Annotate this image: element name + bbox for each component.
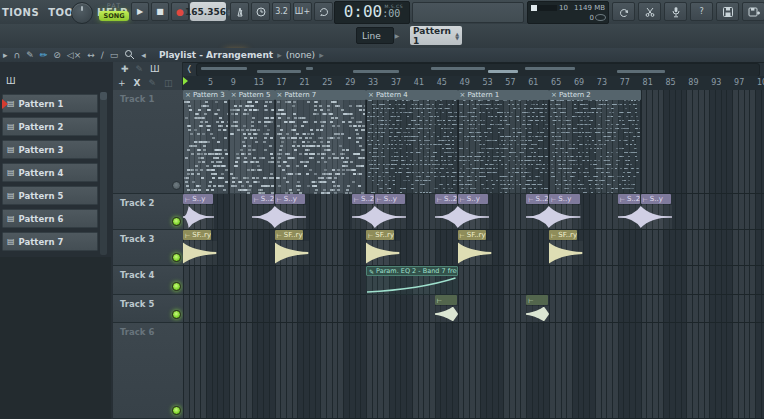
recording-button[interactable] bbox=[664, 2, 687, 21]
zoom-tool-icon[interactable] bbox=[124, 49, 135, 62]
track-mute-led[interactable] bbox=[172, 282, 181, 291]
arrangement-selector[interactable]: (none) bbox=[286, 50, 315, 60]
scroll-left-icon[interactable]: ❬ bbox=[186, 64, 193, 73]
audio-clip-header[interactable]: ⊢S..2 bbox=[618, 194, 640, 204]
track-header-track-2[interactable]: Track 2 bbox=[113, 194, 183, 230]
pattern-clip-header[interactable]: ×Pattern 3 bbox=[183, 90, 229, 100]
clip-close-icon[interactable]: × bbox=[551, 91, 557, 99]
stop-button[interactable]: ■ bbox=[151, 2, 169, 21]
undo-button[interactable] bbox=[612, 2, 635, 21]
audio-clip-header[interactable]: ⊢SF..ry bbox=[275, 230, 303, 240]
track-mute-led[interactable] bbox=[172, 406, 181, 415]
add-track-button[interactable]: + bbox=[118, 78, 126, 88]
audio-clip-decay[interactable]: ⊢SF..ry bbox=[366, 230, 400, 266]
pattern-list-item[interactable]: ▤Pattern 2 bbox=[2, 117, 98, 136]
track-mute-led[interactable] bbox=[172, 253, 181, 262]
clip-close-icon[interactable]: × bbox=[185, 91, 191, 99]
pattern-clip-header[interactable]: ×Pattern 5 bbox=[229, 90, 275, 100]
pattern-list-item[interactable]: ▤Pattern 5 bbox=[2, 186, 98, 205]
audio-clip-header[interactable]: ⊢SF..ry bbox=[458, 230, 486, 240]
audio-clip-reverse[interactable]: ⊢ bbox=[435, 295, 458, 323]
playlist-overview-scrollbar[interactable]: ❬ bbox=[186, 63, 760, 75]
track-lane-track-5[interactable] bbox=[183, 295, 764, 323]
track-header-track-1[interactable]: Track 1 bbox=[113, 90, 183, 194]
pattern-clip[interactable]: ×Pattern 1 bbox=[458, 90, 550, 194]
playlist-title[interactable]: Playlist - Arrangement bbox=[159, 50, 273, 60]
pattern-spinner[interactable]: ▲▼ bbox=[455, 32, 459, 40]
pattern-tab-icon[interactable]: Ш bbox=[150, 64, 160, 74]
track-mute-led[interactable] bbox=[172, 181, 181, 190]
audio-clip-decay[interactable]: ⊢SF..ry bbox=[549, 230, 583, 266]
track-lane-track-6[interactable] bbox=[183, 323, 764, 419]
paint-tool-icon[interactable]: ✏ bbox=[40, 50, 48, 60]
pattern-clip[interactable]: ×Pattern 2 bbox=[549, 90, 641, 194]
playback-tool-icon[interactable]: ◂ bbox=[141, 50, 146, 60]
automation-clip[interactable]: ✎Param. EQ 2 - Band 7 freq bbox=[366, 266, 458, 295]
playlist-grid[interactable]: ×Pattern 3×Pattern 5×Pattern 7×Pattern 4… bbox=[183, 90, 764, 419]
audio-clip-swell-group[interactable]: ⊢S..2⊢S..y bbox=[252, 194, 306, 230]
track-header-track-6[interactable]: Track 6 bbox=[113, 323, 183, 419]
track-header-track-3[interactable]: Track 3 bbox=[113, 230, 183, 266]
magnet-snap-icon[interactable]: ∩ bbox=[14, 50, 21, 60]
audio-clip-decay[interactable]: ⊢SF..ry bbox=[275, 230, 309, 266]
pattern-list-scrollbar[interactable] bbox=[100, 92, 107, 255]
audio-clip-header[interactable]: ⊢ bbox=[435, 295, 457, 305]
pattern-list-item[interactable]: ▤Pattern 4 bbox=[2, 163, 98, 182]
save-new-version-button[interactable] bbox=[742, 2, 764, 21]
audio-clip-header[interactable]: ⊢S..y bbox=[183, 194, 213, 204]
audio-clip-header[interactable]: ⊢S..2 bbox=[435, 194, 457, 204]
cut-button[interactable] bbox=[638, 2, 661, 21]
pattern-clip-header[interactable]: ×Pattern 4 bbox=[366, 90, 458, 100]
pattern-list-item[interactable]: ▤Pattern 1 bbox=[2, 94, 98, 113]
pattern-clip-header[interactable]: ×Pattern 1 bbox=[458, 90, 550, 100]
tempo-display[interactable]: 165.356 ▲▼ bbox=[190, 2, 226, 21]
track-mute-led[interactable] bbox=[172, 310, 181, 319]
audio-clip-header[interactable]: ⊢S..y bbox=[458, 194, 488, 204]
pattern-selector[interactable]: Pattern 1 ▲▼ bbox=[410, 26, 462, 45]
play-position-marker[interactable] bbox=[183, 77, 188, 85]
pattern-clip-header[interactable]: ×Pattern 7 bbox=[275, 90, 367, 100]
timeline-ruler[interactable]: 5913172125293337414549535761656973778185… bbox=[183, 76, 764, 91]
metronome-button[interactable] bbox=[230, 2, 249, 21]
audio-clip-decay[interactable]: ⊢SF..ry bbox=[458, 230, 492, 266]
pat-song-switch[interactable]: PAT SONG bbox=[99, 2, 129, 22]
clip-close-icon[interactable]: × bbox=[277, 91, 283, 99]
audio-clip-header[interactable]: ⊢SF..ry bbox=[183, 230, 211, 240]
clip-close-icon[interactable]: × bbox=[231, 91, 237, 99]
typing-keyboard-button[interactable]: Ш+ bbox=[293, 2, 312, 21]
audio-clip-swell-group[interactable]: ⊢S..2⊢S..y bbox=[435, 194, 489, 230]
pattern-list-item[interactable]: ▤Pattern 7 bbox=[2, 232, 98, 251]
audio-clip-reverse[interactable]: ⊢ bbox=[526, 295, 549, 323]
delete-tool-icon[interactable]: ⊘ bbox=[53, 50, 61, 60]
pattern-clip[interactable]: ×Pattern 7 bbox=[275, 90, 367, 194]
audio-clip-header[interactable]: ⊢S..2 bbox=[252, 194, 274, 204]
countdown-button[interactable]: 3.2 bbox=[272, 2, 291, 21]
track-header-track-5[interactable]: Track 5 bbox=[113, 295, 183, 323]
play-button[interactable]: ▶ bbox=[131, 2, 149, 21]
slice-tool-icon[interactable]: ∕ bbox=[101, 50, 104, 60]
audio-clip-swell-group[interactable]: ⊢S..2⊢S..y bbox=[526, 194, 580, 230]
pattern-clip-header[interactable]: ×Pattern 2 bbox=[549, 90, 641, 100]
audio-clip-header[interactable]: ⊢S..y bbox=[275, 194, 305, 204]
audio-clip-decay[interactable]: ⊢SF..ry bbox=[183, 230, 217, 266]
track-header-track-4[interactable]: Track 4 bbox=[113, 266, 183, 295]
audio-track-tab-icon[interactable]: ✚ bbox=[121, 64, 129, 74]
audio-clip-swell-group[interactable]: ⊢S..2⊢S..y bbox=[352, 194, 406, 230]
audio-clip-header[interactable]: ⊢S..y bbox=[549, 194, 579, 204]
track-mute-led[interactable] bbox=[172, 217, 181, 226]
save-button[interactable] bbox=[716, 2, 739, 21]
slip-tool-icon[interactable]: ↔ bbox=[87, 50, 95, 60]
pattern-clip[interactable]: ×Pattern 4 bbox=[366, 90, 458, 194]
help-button[interactable]: ? bbox=[690, 2, 713, 21]
wait-for-input-button[interactable] bbox=[251, 2, 270, 21]
clip-close-icon[interactable]: × bbox=[460, 91, 466, 99]
audio-clip-swell-group[interactable]: ⊢S..2⊢S..y bbox=[618, 194, 672, 230]
mute-tool-icon[interactable]: ◁× bbox=[67, 50, 81, 60]
audio-clip-header[interactable]: ⊢S..y bbox=[641, 194, 671, 204]
audio-clip-header[interactable]: ⊢SF..ry bbox=[549, 230, 577, 240]
audio-clip-header[interactable]: ⊢S..2 bbox=[352, 194, 374, 204]
audio-clip-swell-group[interactable]: ⊢S..y bbox=[183, 194, 214, 230]
pattern-clip[interactable]: ×Pattern 3 bbox=[183, 90, 229, 194]
main-volume-knob[interactable] bbox=[71, 2, 93, 24]
play-mini-icon[interactable]: ▸ bbox=[3, 50, 8, 60]
